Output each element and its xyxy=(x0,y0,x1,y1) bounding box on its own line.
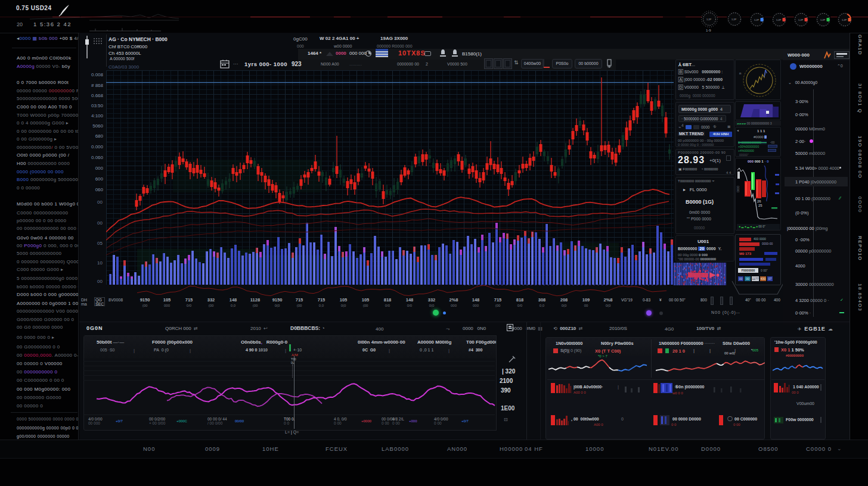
svg-text:1.2P: 1.2P xyxy=(776,18,782,21)
svg-text:26: 26 xyxy=(757,200,761,203)
svg-text:n: n xyxy=(739,71,741,75)
svg-text:1.2P: 1.2P xyxy=(706,18,712,21)
svg-text:1.2P: 1.2P xyxy=(798,18,804,21)
svg-text:1.2P: 1.2P xyxy=(731,18,737,21)
svg-text:1.2P: 1.2P xyxy=(820,18,826,21)
svg-text:0000: 0000 xyxy=(736,186,740,192)
svg-text:1.2P: 1.2P xyxy=(842,18,847,21)
svg-text:25: 25 xyxy=(758,204,762,207)
svg-text:1.2P: 1.2P xyxy=(754,18,760,21)
